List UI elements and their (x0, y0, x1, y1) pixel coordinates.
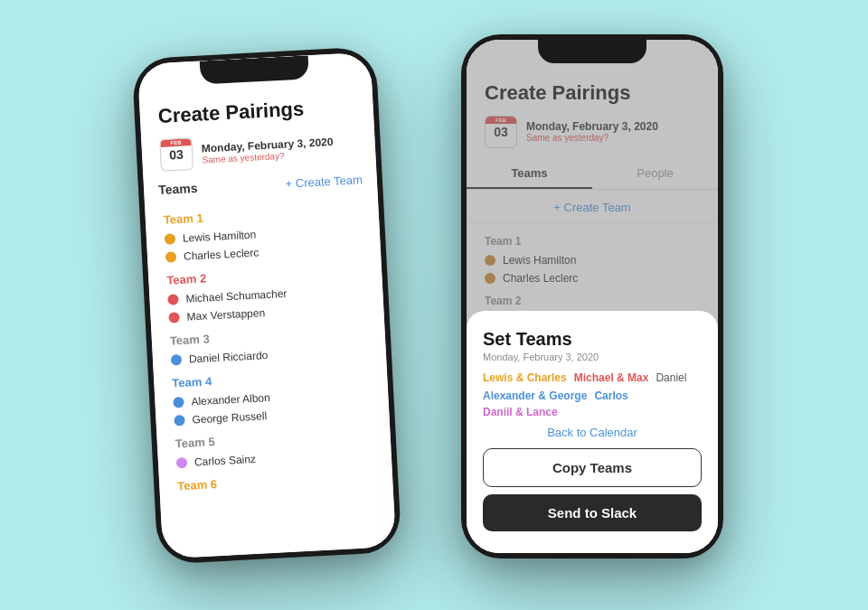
member-name: Max Verstappen (186, 306, 265, 324)
phone-1-create-team[interactable]: + Create Team (285, 172, 363, 189)
modal-team-daniel: Daniel (656, 371, 686, 384)
dot (165, 233, 176, 245)
calendar-icon-1: FEB 03 (159, 137, 193, 172)
modal-team-michael-max: Michael & Max (574, 371, 649, 384)
modal-teams-row-1: Lewis & Charles Michael & Max Daniel (483, 371, 702, 384)
team-6-label: Team 6 (177, 469, 374, 493)
phone-2-screen: Create Pairings FEB 03 Monday, February … (467, 40, 718, 553)
dot (167, 294, 179, 305)
member-name: Carlos Sainz (194, 452, 257, 468)
cal-month-1: FEB (160, 138, 191, 147)
member-name: Lewis Hamilton (183, 228, 257, 244)
modal-title: Set Teams (483, 329, 702, 350)
modal-team-lewis-charles: Lewis & Charles (483, 371, 567, 384)
member-name: Michael Schumacher (185, 286, 288, 305)
dot (171, 354, 183, 366)
phone-2-inner: Create Pairings FEB 03 Monday, February … (467, 40, 718, 553)
dot (165, 251, 177, 263)
phone-1-content: Create Pairings FEB 03 Monday, February … (137, 52, 396, 558)
modal-team-carlos: Carlos (594, 389, 627, 402)
phone-2-notch (538, 40, 646, 63)
phone-2: Create Pairings FEB 03 Monday, February … (461, 34, 723, 558)
send-to-slack-button[interactable]: Send to Slack (483, 494, 702, 531)
member-name: Alexander Albon (191, 390, 270, 408)
phone-1-notch (200, 55, 309, 84)
phone-1-date-text: Monday, February 3, 2020 Same as yesterd… (201, 135, 334, 164)
member-name: Charles Leclerc (184, 246, 259, 262)
modal-date: Monday, February 3, 2020 (483, 352, 702, 362)
phone-1-screen: Create Pairings FEB 03 Monday, February … (137, 52, 396, 558)
cal-day-1: 03 (169, 147, 184, 161)
member-name: Daniel Ricciardo (189, 349, 269, 366)
phone-1: Create Pairings FEB 03 Monday, February … (132, 46, 402, 564)
dot (168, 312, 180, 324)
phones-container: Create Pairings FEB 03 Monday, February … (118, 25, 750, 586)
phone-1-teams-label: Teams (158, 180, 198, 196)
back-to-calendar[interactable]: Back to Calendar (483, 426, 702, 439)
dot (176, 456, 188, 468)
modal-sheet: Set Teams Monday, February 3, 2020 Lewis… (467, 311, 718, 553)
member-name: George Russell (192, 409, 267, 426)
dot (173, 396, 184, 408)
copy-teams-button[interactable]: Copy Teams (483, 448, 702, 487)
phone-1-teams-list: Team 1 Lewis Hamilton Charles Leclerc Te… (145, 189, 393, 502)
modal-teams-row-2: Alexander & George Carlos Daniil & Lance (483, 389, 702, 418)
dot (174, 414, 185, 426)
modal-team-alex-george: Alexander & George (483, 389, 587, 402)
modal-team-daniil-lance: Daniil & Lance (483, 406, 558, 418)
phone-1-inner: Create Pairings FEB 03 Monday, February … (137, 52, 396, 558)
